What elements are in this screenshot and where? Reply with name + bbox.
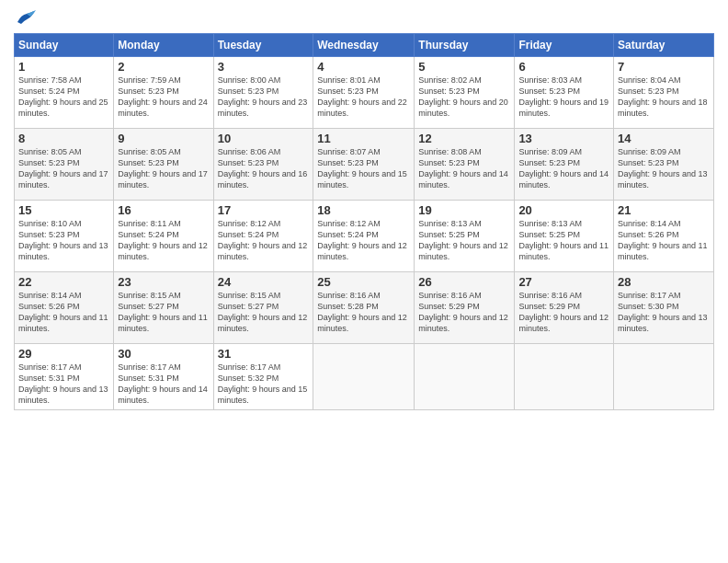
- col-header-monday: Monday: [114, 34, 213, 57]
- day-number: 26: [418, 275, 510, 289]
- calendar-cell: [415, 344, 515, 410]
- day-number: 14: [618, 132, 710, 145]
- day-info: Sunrise: 8:12 AMSunset: 5:24 PMDaylight:…: [317, 218, 410, 263]
- day-info: Sunrise: 8:12 AMSunset: 5:24 PMDaylight:…: [218, 218, 310, 263]
- calendar-cell: 20Sunrise: 8:13 AMSunset: 5:25 PMDayligh…: [515, 201, 614, 272]
- day-info: Sunrise: 8:15 AMSunset: 5:27 PMDaylight:…: [118, 290, 209, 335]
- day-number: 2: [118, 60, 209, 74]
- day-number: 5: [418, 60, 510, 74]
- day-info: Sunrise: 8:03 AMSunset: 5:23 PMDaylight:…: [518, 75, 609, 120]
- calendar-cell: 2Sunrise: 7:59 AMSunset: 5:23 PMDaylight…: [114, 57, 213, 129]
- day-info: Sunrise: 8:17 AMSunset: 5:32 PMDaylight:…: [218, 362, 310, 407]
- calendar-cell: 3Sunrise: 8:00 AMSunset: 5:23 PMDaylight…: [213, 57, 313, 129]
- col-header-friday: Friday: [515, 34, 614, 57]
- col-header-saturday: Saturday: [614, 34, 714, 57]
- calendar-cell: 4Sunrise: 8:01 AMSunset: 5:23 PMDaylight…: [313, 57, 415, 129]
- calendar-cell: 23Sunrise: 8:15 AMSunset: 5:27 PMDayligh…: [114, 272, 213, 344]
- calendar-cell: 11Sunrise: 8:07 AMSunset: 5:23 PMDayligh…: [313, 129, 415, 201]
- day-info: Sunrise: 8:05 AMSunset: 5:23 PMDaylight:…: [118, 146, 209, 191]
- calendar-table: SundayMondayTuesdayWednesdayThursdayFrid…: [14, 33, 714, 410]
- calendar-cell: 10Sunrise: 8:06 AMSunset: 5:23 PMDayligh…: [213, 129, 313, 201]
- day-number: 10: [218, 132, 310, 145]
- day-number: 3: [218, 60, 310, 74]
- day-number: 15: [18, 203, 109, 217]
- calendar-cell: 7Sunrise: 8:04 AMSunset: 5:23 PMDaylight…: [614, 57, 714, 129]
- col-header-tuesday: Tuesday: [213, 34, 313, 57]
- day-number: 31: [218, 347, 310, 361]
- day-info: Sunrise: 8:13 AMSunset: 5:25 PMDaylight:…: [518, 218, 609, 263]
- day-number: 23: [118, 275, 209, 289]
- day-info: Sunrise: 8:01 AMSunset: 5:23 PMDaylight:…: [317, 75, 410, 120]
- day-info: Sunrise: 8:07 AMSunset: 5:23 PMDaylight:…: [317, 146, 410, 191]
- day-info: Sunrise: 8:09 AMSunset: 5:23 PMDaylight:…: [618, 146, 710, 191]
- calendar-cell: 25Sunrise: 8:16 AMSunset: 5:28 PMDayligh…: [313, 272, 415, 344]
- logo-bird-icon: [16, 9, 36, 26]
- day-info: Sunrise: 8:02 AMSunset: 5:23 PMDaylight:…: [418, 75, 510, 120]
- col-header-thursday: Thursday: [415, 34, 515, 57]
- calendar-cell: 27Sunrise: 8:16 AMSunset: 5:29 PMDayligh…: [515, 272, 614, 344]
- col-header-wednesday: Wednesday: [313, 34, 415, 57]
- calendar-cell: 21Sunrise: 8:14 AMSunset: 5:26 PMDayligh…: [614, 201, 714, 272]
- day-number: 29: [18, 347, 109, 361]
- day-number: 20: [518, 203, 609, 217]
- calendar-cell: 15Sunrise: 8:10 AMSunset: 5:23 PMDayligh…: [15, 201, 114, 272]
- day-number: 6: [518, 60, 609, 74]
- day-number: 21: [618, 203, 710, 217]
- calendar-cell: 22Sunrise: 8:14 AMSunset: 5:26 PMDayligh…: [15, 272, 114, 344]
- calendar-cell: 24Sunrise: 8:15 AMSunset: 5:27 PMDayligh…: [213, 272, 313, 344]
- day-info: Sunrise: 8:15 AMSunset: 5:27 PMDaylight:…: [218, 290, 310, 335]
- day-info: Sunrise: 8:05 AMSunset: 5:23 PMDaylight:…: [18, 146, 109, 191]
- day-number: 4: [317, 60, 410, 74]
- day-number: 19: [418, 203, 510, 217]
- calendar-cell: 17Sunrise: 8:12 AMSunset: 5:24 PMDayligh…: [213, 201, 313, 272]
- day-number: 17: [218, 203, 310, 217]
- day-info: Sunrise: 8:16 AMSunset: 5:29 PMDaylight:…: [418, 290, 510, 335]
- calendar-cell: [515, 344, 614, 410]
- day-number: 30: [118, 347, 209, 361]
- calendar-cell: 29Sunrise: 8:17 AMSunset: 5:31 PMDayligh…: [15, 344, 114, 410]
- day-number: 22: [18, 275, 109, 289]
- day-info: Sunrise: 8:14 AMSunset: 5:26 PMDaylight:…: [18, 290, 109, 335]
- calendar-cell: 12Sunrise: 8:08 AMSunset: 5:23 PMDayligh…: [415, 129, 515, 201]
- calendar-cell: 9Sunrise: 8:05 AMSunset: 5:23 PMDaylight…: [114, 129, 213, 201]
- day-number: 27: [518, 275, 609, 289]
- header: [14, 9, 714, 26]
- calendar-cell: 18Sunrise: 8:12 AMSunset: 5:24 PMDayligh…: [313, 201, 415, 272]
- day-number: 11: [317, 132, 410, 145]
- calendar-cell: 26Sunrise: 8:16 AMSunset: 5:29 PMDayligh…: [415, 272, 515, 344]
- day-info: Sunrise: 8:17 AMSunset: 5:31 PMDaylight:…: [18, 362, 109, 407]
- page: SundayMondayTuesdayWednesdayThursdayFrid…: [0, 0, 728, 563]
- day-info: Sunrise: 8:00 AMSunset: 5:23 PMDaylight:…: [218, 75, 310, 120]
- day-number: 8: [18, 132, 109, 145]
- day-info: Sunrise: 8:16 AMSunset: 5:29 PMDaylight:…: [518, 290, 609, 335]
- day-info: Sunrise: 8:08 AMSunset: 5:23 PMDaylight:…: [418, 146, 510, 191]
- calendar-cell: [614, 344, 714, 410]
- calendar-cell: 16Sunrise: 8:11 AMSunset: 5:24 PMDayligh…: [114, 201, 213, 272]
- day-number: 28: [618, 275, 710, 289]
- day-info: Sunrise: 8:09 AMSunset: 5:23 PMDaylight:…: [518, 146, 609, 191]
- calendar-cell: 30Sunrise: 8:17 AMSunset: 5:31 PMDayligh…: [114, 344, 213, 410]
- calendar-cell: 28Sunrise: 8:17 AMSunset: 5:30 PMDayligh…: [614, 272, 714, 344]
- day-number: 1: [18, 60, 109, 74]
- day-info: Sunrise: 8:11 AMSunset: 5:24 PMDaylight:…: [118, 218, 209, 263]
- day-number: 24: [218, 275, 310, 289]
- day-info: Sunrise: 8:13 AMSunset: 5:25 PMDaylight:…: [418, 218, 510, 263]
- day-number: 7: [618, 60, 710, 74]
- day-number: 25: [317, 275, 410, 289]
- calendar-cell: 13Sunrise: 8:09 AMSunset: 5:23 PMDayligh…: [515, 129, 614, 201]
- calendar-cell: [313, 344, 415, 410]
- day-number: 12: [418, 132, 510, 145]
- day-info: Sunrise: 7:58 AMSunset: 5:24 PMDaylight:…: [18, 75, 109, 120]
- day-info: Sunrise: 8:16 AMSunset: 5:28 PMDaylight:…: [317, 290, 410, 335]
- day-info: Sunrise: 8:14 AMSunset: 5:26 PMDaylight:…: [618, 218, 710, 263]
- day-number: 18: [317, 203, 410, 217]
- col-header-sunday: Sunday: [15, 34, 114, 57]
- day-number: 13: [518, 132, 609, 145]
- day-number: 16: [118, 203, 209, 217]
- calendar-cell: 19Sunrise: 8:13 AMSunset: 5:25 PMDayligh…: [415, 201, 515, 272]
- logo: [14, 9, 36, 26]
- day-info: Sunrise: 8:17 AMSunset: 5:31 PMDaylight:…: [118, 362, 209, 407]
- calendar-cell: 1Sunrise: 7:58 AMSunset: 5:24 PMDaylight…: [15, 57, 114, 129]
- calendar-cell: 6Sunrise: 8:03 AMSunset: 5:23 PMDaylight…: [515, 57, 614, 129]
- day-info: Sunrise: 8:06 AMSunset: 5:23 PMDaylight:…: [218, 146, 310, 191]
